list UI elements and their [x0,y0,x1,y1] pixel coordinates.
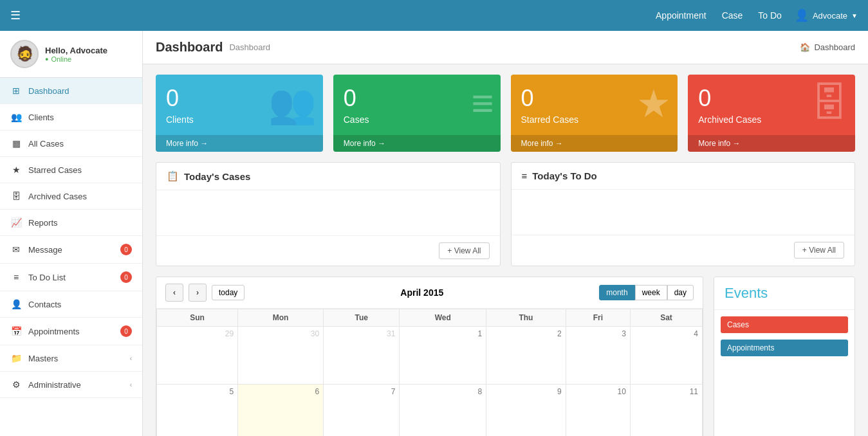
message-icon: ✉ [10,244,22,255]
starred-more-info[interactable]: More info → [511,135,678,152]
todays-cases-body [156,190,500,235]
cases-view-all-button[interactable]: + View All [439,242,489,259]
cases-label: Cases [344,114,490,125]
table-row[interactable]: 1 [400,327,486,385]
todays-todo-panel: ≡ Today's To Do + View All [511,162,856,266]
message-badge: 0 [120,244,132,255]
archived-bg-icon: 🗄 [810,81,849,125]
todays-todo-body [512,190,855,235]
table-row[interactable]: 30 [238,327,324,385]
archived-icon: 🗄 [10,191,22,201]
stat-card-clients: 0 Clients 👥 More info → [156,75,323,152]
calendar-row: 29 30 31 1 2 3 4 [157,327,703,385]
sidebar-item-todo[interactable]: ≡ To Do List 0 [0,264,142,291]
calendar-section: ‹ › today April 2015 month week day Sun … [143,277,868,436]
starred-icon: ★ [10,165,22,175]
nav-links: Appointment Case To Do [656,10,782,21]
sidebar-item-clients[interactable]: 👥 Clients [0,104,142,131]
sidebar-item-masters[interactable]: 📁 Masters ‹ [0,345,142,372]
table-row[interactable]: 29 [157,327,238,385]
sidebar-item-dashboard[interactable]: ⊞ Dashboard [0,78,142,104]
page-title: Dashboard [156,40,223,55]
cal-next-button[interactable]: › [189,284,207,302]
event-item-appointments[interactable]: Appointments [721,340,848,356]
sidebar-item-reports[interactable]: 📈 Reports [0,210,142,236]
table-row[interactable]: 10 [566,385,630,437]
todays-cases-panel: 📋 Today's Cases + View All [156,162,501,266]
cal-prev-button[interactable]: ‹ [165,284,183,302]
sidebar-item-label: Reports [28,218,58,228]
sidebar-item-label: Starred Cases [28,165,82,175]
table-row[interactable]: 31 [324,327,400,385]
cal-day-view-button[interactable]: day [667,285,694,300]
calendar-grid: Sun Mon Tue Wed Thu Fri Sat 29 30 [156,309,703,436]
user-text: Hello, Advocate Online [45,46,107,63]
cases-panel-icon: 📋 [167,170,179,182]
sidebar-item-starred-cases[interactable]: ★ Starred Cases [0,157,142,183]
nav-case[interactable]: Case [722,10,743,21]
user-icon: 👤 [795,8,809,23]
sidebar-item-label: Appointments [28,327,80,336]
todays-todo-header: ≡ Today's To Do [512,163,855,190]
sidebar-item-archived-cases[interactable]: 🗄 Archived Cases [0,183,142,210]
stat-card-cases: 0 Cases ≡ More info → [333,75,501,152]
sidebar-user: 🧔 Hello, Advocate Online [0,31,142,78]
sidebar: 🧔 Hello, Advocate Online ⊞ Dashboard 👥 C… [0,31,143,436]
todo-view-all-button[interactable]: + View All [794,242,844,259]
cal-header-sat: Sat [630,309,702,327]
sidebar-item-label: Clients [28,113,54,122]
masters-caret-icon: ‹ [130,355,132,362]
sidebar-item-contacts[interactable]: 👤 Contacts [0,291,142,318]
cal-header-thu: Thu [486,309,566,327]
clients-icon: 👥 [10,112,22,122]
appointments-badge: 0 [120,325,132,337]
cases-count: 0 [344,85,490,112]
title-area: Dashboard Dashboard [156,40,270,55]
event-item-cases[interactable]: Cases [721,316,848,333]
table-row[interactable]: 5 [157,385,238,437]
cal-month-view-button[interactable]: month [599,285,634,300]
dashboard-icon: ⊞ [10,86,22,96]
user-menu[interactable]: 👤 Advocate ▼ [795,8,858,23]
table-row[interactable]: 4 [630,327,702,385]
cal-today-button[interactable]: today [212,285,245,300]
sidebar-item-message[interactable]: ✉ Message 0 [0,236,142,264]
nav-todo[interactable]: To Do [758,10,782,21]
cal-header-mon: Mon [238,309,324,327]
calendar-row: 5 6 7 8 9 10 11 [157,385,703,437]
table-row[interactable]: 8 [400,385,486,437]
sidebar-item-label: Dashboard [28,86,69,96]
archived-more-info[interactable]: More info → [688,135,855,152]
nav-appointment[interactable]: Appointment [656,10,706,21]
cal-header-sun: Sun [157,309,238,327]
sidebar-item-all-cases[interactable]: ▦ All Cases [0,131,142,157]
sidebar-item-administrative[interactable]: ⚙ Administrative ‹ [0,372,142,398]
cal-header-fri: Fri [566,309,630,327]
table-row[interactable]: 2 [486,327,566,385]
cal-header-tue: Tue [324,309,400,327]
user-label: Advocate [813,11,847,21]
todays-todo-title: Today's To Do [532,170,597,181]
cal-week-view-button[interactable]: week [635,285,667,300]
events-title: Events [714,277,854,310]
cases-more-info[interactable]: More info → [333,135,501,152]
sidebar-menu: ⊞ Dashboard 👥 Clients ▦ All Cases ★ [0,78,142,398]
table-row[interactable]: 11 [630,385,702,437]
hamburger-icon[interactable]: ☰ [10,8,21,23]
stats-row: 0 Clients 👥 More info → 0 Cases ≡ More i… [143,64,868,162]
two-col-section: 📋 Today's Cases + View All ≡ Today's To … [143,162,868,277]
page-header: Dashboard Dashboard 🏠 Dashboard [143,31,868,64]
table-row-today[interactable]: 6 [238,385,324,437]
table-row[interactable]: 7 [324,385,400,437]
user-status: Online [45,55,107,63]
appointments-icon: 📅 [10,326,22,336]
table-row[interactable]: 3 [566,327,630,385]
sidebar-item-label: All Cases [28,139,64,149]
todays-cases-title: Today's Cases [184,171,250,182]
todays-cases-footer: + View All [156,235,500,266]
table-row[interactable]: 9 [486,385,566,437]
clients-more-info[interactable]: More info → [156,135,323,152]
masters-icon: 📁 [10,353,22,363]
sidebar-item-appointments[interactable]: 📅 Appointments 0 [0,318,142,345]
sidebar-item-label: Contacts [28,300,61,309]
